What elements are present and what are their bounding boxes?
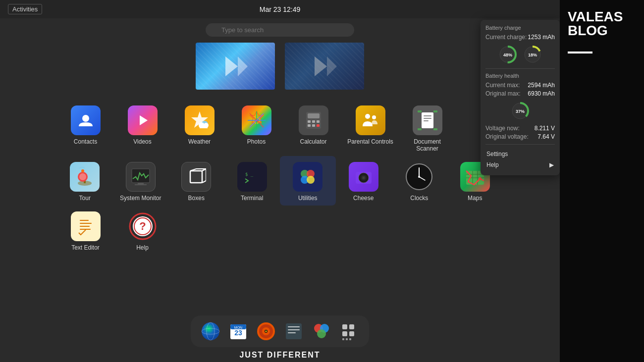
svg-rect-20 <box>312 120 315 123</box>
help-menu-item[interactable]: Help ▶ <box>485 159 555 170</box>
svg-point-77 <box>202 322 219 340</box>
svg-rect-91 <box>288 329 300 330</box>
search-input[interactable] <box>206 23 354 37</box>
app-tour[interactable]: Tour <box>57 156 113 206</box>
svg-point-95 <box>317 329 326 338</box>
svg-rect-43 <box>190 171 202 183</box>
svg-rect-33 <box>418 128 422 130</box>
svg-point-61 <box>363 177 364 179</box>
battery-original-max-row: Original max: 6930 mAh <box>485 90 555 97</box>
battery-popup: Battery charge Current charge: 1253 mAh … <box>481 20 560 175</box>
original-voltage-label: Original voltage: <box>485 133 529 140</box>
svg-rect-32 <box>433 110 437 112</box>
docscan-label: Document Scanner <box>403 138 452 152</box>
svg-point-26 <box>372 115 376 119</box>
svg-point-4 <box>82 115 89 122</box>
photos-icon <box>242 105 271 135</box>
svg-rect-97 <box>349 324 354 329</box>
app-parental[interactable]: Parental Controls <box>342 100 399 156</box>
voltage-now-val: 8.211 V <box>535 125 555 132</box>
original-voltage-val: 7.64 V <box>537 133 555 140</box>
dock-store[interactable] <box>310 319 333 343</box>
boxes-icon <box>181 162 211 192</box>
videos-label: Videos <box>133 138 151 145</box>
current-max-label: Current max: <box>485 82 520 89</box>
battery-current-charge: Current charge: 1253 mAh <box>485 34 555 41</box>
dock-vinyl[interactable] <box>254 319 278 343</box>
app-clocks[interactable]: Clocks <box>391 156 447 206</box>
svg-point-38 <box>79 173 86 180</box>
svg-marker-5 <box>140 115 148 125</box>
terminal-label: Terminal <box>241 195 263 202</box>
app-row-3: Text Editor ? Help <box>57 206 503 255</box>
topbar: Activities Mar 23 12:49 <box>0 0 560 18</box>
app-utilities[interactable]: Utilities <box>280 156 336 206</box>
battery-current-max-row: Current max: 2594 mAh <box>485 82 555 89</box>
blog-title-line1: VALEAS <box>568 10 636 24</box>
dock-calendar[interactable]: MON 23 <box>226 319 250 343</box>
app-row-2: Tour System Monitor <box>57 156 503 206</box>
help-arrow-icon: ▶ <box>549 161 554 168</box>
blog-title-line2: BLOG <box>568 24 636 38</box>
app-sysmon[interactable]: System Monitor <box>113 156 169 206</box>
battery-circle-1: 48% <box>498 45 518 64</box>
terminal-icon: $ _ <box>237 162 267 192</box>
weather-icon <box>185 105 215 135</box>
svg-rect-96 <box>342 324 347 329</box>
svg-rect-70 <box>80 223 92 224</box>
svg-text:?: ? <box>139 220 146 232</box>
current-max-val: 2594 mAh <box>528 82 555 89</box>
svg-point-25 <box>365 114 370 119</box>
app-cheese[interactable]: Cheese <box>336 156 392 206</box>
svg-point-67 <box>479 177 482 180</box>
app-docscan[interactable]: Document Scanner <box>399 100 456 156</box>
parental-label: Parental Controls <box>347 138 393 145</box>
svg-text:37%: 37% <box>516 109 525 114</box>
svg-rect-23 <box>312 124 315 127</box>
svg-rect-18 <box>308 113 320 118</box>
battery-health-circle-wrap: 37% <box>485 101 555 121</box>
app-row-1: Contacts Videos <box>57 100 503 156</box>
battery-health-circle: 37% <box>510 101 530 121</box>
app-calculator[interactable]: Calculator <box>285 100 342 156</box>
app-contacts[interactable]: Contacts <box>57 100 114 156</box>
maps-label: Maps <box>468 195 482 202</box>
workspace-1[interactable] <box>196 43 275 90</box>
svg-point-39 <box>81 169 84 172</box>
bottom-label: JUST DIFFERENT <box>239 351 320 360</box>
app-weather[interactable]: Weather <box>171 100 228 156</box>
app-boxes[interactable]: Boxes <box>168 156 224 206</box>
texteditor-label: Text Editor <box>71 244 100 251</box>
app-help[interactable]: ? Help <box>114 206 171 255</box>
battery-divider-2 <box>485 144 555 145</box>
svg-text:18%: 18% <box>528 52 537 57</box>
app-videos[interactable]: Videos <box>114 100 171 156</box>
utilities-label: Utilities <box>298 195 318 202</box>
app-terminal[interactable]: $ _ Terminal <box>224 156 280 206</box>
workspace-2[interactable] <box>285 43 364 90</box>
blog-divider <box>568 52 592 53</box>
clocks-icon <box>404 162 434 192</box>
app-texteditor[interactable]: Text Editor <box>57 206 114 255</box>
original-voltage-row: Original voltage: 7.64 V <box>485 133 555 140</box>
original-max-label: Original max: <box>485 90 521 97</box>
svg-marker-0 <box>225 56 238 76</box>
tour-icon <box>70 162 100 192</box>
videos-icon <box>128 105 158 135</box>
activities-button[interactable]: Activities <box>8 4 42 14</box>
settings-label: Settings <box>486 151 508 157</box>
svg-rect-101 <box>346 338 348 340</box>
contacts-icon <box>71 105 101 135</box>
battery-circles: 48% 18% <box>485 45 555 64</box>
svg-marker-1 <box>238 56 248 76</box>
svg-rect-71 <box>80 226 90 227</box>
dock-notes[interactable] <box>282 319 306 343</box>
dock-grid[interactable] <box>337 319 361 343</box>
settings-menu-item[interactable]: Settings <box>485 149 555 159</box>
battery-divider-1 <box>485 68 555 69</box>
contacts-label: Contacts <box>74 138 97 145</box>
dock-globe[interactable] <box>199 319 222 343</box>
app-photos[interactable]: Photos <box>228 100 285 156</box>
sysmon-icon <box>126 162 156 192</box>
search-wrap: 🔍 <box>206 23 354 37</box>
